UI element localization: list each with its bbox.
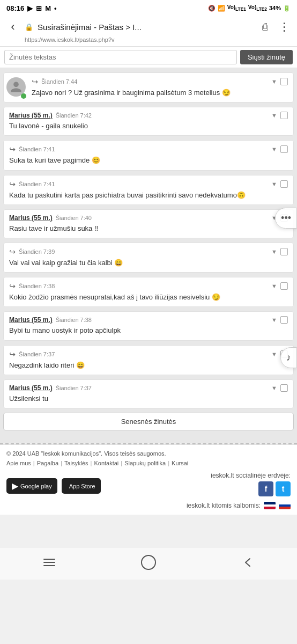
battery: 34% — [269, 5, 281, 11]
sender-name[interactable]: Marius (55 m.) — [9, 112, 53, 119]
older-messages-button[interactable]: Senesnės žinutės — [3, 413, 294, 430]
footer-link-help[interactable]: Pagalba — [37, 460, 58, 466]
google-play-icon: ▶ — [12, 481, 18, 491]
message-input[interactable] — [4, 50, 237, 64]
message-card: ↩ Šiandien 7:38 ▼ Kokio žodžio prasmės n… — [3, 277, 294, 307]
dropdown-arrow[interactable]: ▼ — [271, 385, 277, 391]
message-actions: ▼ — [271, 316, 288, 324]
message-text: Rasiu tave ir užmušiu suka !! — [9, 224, 288, 233]
nav-menu-button[interactable] — [42, 555, 57, 570]
twitter-icon[interactable]: t — [276, 481, 291, 496]
status-bar: 08:16 ▶ ⊞ M • 🔇 📶 Vo)LTE1 Vo)LTE2 34% 🔋 — [0, 0, 297, 16]
message-header: ↩ Šiandien 7:38 ▼ — [9, 282, 288, 290]
message-time: Šiandien 7:37 — [19, 351, 55, 357]
message-card: Marius (55 m.) Šiandien 7:38 ▼ Bybi tu m… — [3, 311, 294, 340]
reply-icon: ↩ — [9, 145, 16, 153]
message-time: Šiandien 7:41 — [19, 181, 55, 187]
flag-ru[interactable] — [279, 502, 291, 509]
back-button[interactable]: ‹ — [5, 19, 20, 34]
message-actions: ▼ — [271, 384, 288, 392]
footer-link-cookies[interactable]: Slapukų politika — [124, 460, 166, 466]
footer-link-terms[interactable]: Taisyklės — [64, 460, 88, 466]
footer-link-courses[interactable]: Kursai — [172, 460, 188, 466]
message-checkbox[interactable] — [280, 248, 288, 255]
footer-lang-row: ieskok.lt kitomis kalbomis: — [6, 502, 291, 509]
message-header: ↩ Šiandien 7:39 ▼ — [9, 247, 288, 256]
google-play-badge[interactable]: ▶ Google play — [6, 478, 57, 494]
message-time: Šiandien 7:37 — [56, 385, 92, 391]
message-input-bar: Siųsti žinutę — [0, 47, 297, 68]
dropdown-arrow[interactable]: ▼ — [271, 248, 277, 255]
dropdown-arrow[interactable]: ▼ — [271, 283, 277, 289]
footer-copyright: © 2024 UAB "Ieskok komunikacijos". Visos… — [6, 450, 291, 457]
older-messages-wrap: Senesnės žinutės — [3, 413, 294, 430]
dropdown-arrow[interactable]: ▼ — [271, 78, 277, 85]
message-checkbox[interactable] — [280, 78, 288, 85]
nav-back-button[interactable] — [240, 555, 255, 570]
message-time: Šiandien 7:38 — [56, 317, 92, 323]
sender-name[interactable]: Marius (55 m.) — [9, 214, 53, 222]
sender-name[interactable]: Marius (55 m.) — [9, 384, 53, 392]
dropdown-arrow[interactable]: ▼ — [271, 181, 277, 187]
message-actions: ▼ — [271, 145, 288, 153]
message-text: Kada tu paskutini karta pas psichiatra b… — [9, 191, 288, 200]
message-text: Negazdink laido riteri 😄 — [9, 361, 288, 370]
bottom-nav-bar — [0, 547, 297, 580]
message-text: Tu lavonė - gaila snukelio — [9, 121, 288, 131]
message-card: ↩ Šiandien 7:44 ▼ Zajavo nori ? Už grasi… — [3, 72, 294, 103]
message-text: Užsilenksi tu — [9, 394, 288, 404]
message-card: ↩ Šiandien 7:39 ▼ Vai vai vai kaip graži… — [3, 243, 294, 273]
time: 08:16 — [6, 4, 24, 12]
footer-link-contact[interactable]: Kontaktai — [94, 460, 118, 466]
send-button[interactable]: Siųsti žinutę — [240, 50, 293, 64]
share-button[interactable]: ⎙ — [257, 19, 272, 34]
social-icons: f t — [211, 481, 291, 496]
flag-en[interactable] — [264, 502, 276, 509]
message-checkbox[interactable] — [280, 145, 288, 153]
message-card: ↩ Šiandien 7:37 ▼ Negazdink laido riteri… — [3, 345, 294, 375]
dropdown-arrow[interactable]: ▼ — [271, 112, 277, 119]
app-store-badge[interactable]: App Store — [62, 478, 101, 494]
dropdown-arrow[interactable]: ▼ — [271, 317, 277, 323]
message-text: Suka ta kuri tave pagimde 😊 — [9, 156, 288, 165]
signal-lte1: Vo)LTE1 — [227, 4, 246, 12]
dot-icon: • — [54, 4, 57, 12]
facebook-icon[interactable]: f — [258, 481, 273, 496]
floating-dots-button[interactable]: ••• — [275, 208, 297, 229]
sep5: | — [168, 460, 169, 466]
google-play-label: Google play — [20, 483, 52, 489]
mute-icon: 🔇 — [208, 5, 216, 12]
media-icon: ⊞ — [36, 4, 42, 12]
dropdown-arrow[interactable]: ▼ — [271, 146, 277, 152]
nav-home-button[interactable] — [141, 555, 156, 570]
floating-note-button[interactable]: ♪ — [280, 347, 297, 368]
message-checkbox[interactable] — [280, 112, 288, 119]
footer-links: Apie mus | Pagalba | Taisyklės | Kontakt… — [6, 460, 291, 466]
avatar-col — [4, 73, 28, 102]
message-actions: ▼ — [271, 282, 288, 290]
message-header: Marius (55 m.) Šiandien 7:42 ▼ — [9, 112, 288, 119]
mail-icon: M — [45, 4, 51, 12]
social-label: ieskok.lt socialinėje erdvėje: — [211, 472, 291, 479]
menu-button[interactable]: ⋮ — [277, 19, 292, 34]
sep3: | — [91, 460, 92, 466]
message-checkbox[interactable] — [280, 316, 288, 324]
reply-icon: ↩ — [32, 77, 38, 86]
message-checkbox[interactable] — [280, 384, 288, 392]
sender-name[interactable]: Marius (55 m.) — [9, 316, 53, 324]
footer-social-row: ▶ Google play App Store ieskok.lt social… — [6, 472, 291, 496]
svg-point-0 — [142, 555, 155, 569]
reply-icon: ↩ — [9, 180, 16, 188]
message-header: ↩ Šiandien 7:41 ▼ — [9, 145, 288, 153]
youtube-icon: ▶ — [27, 4, 33, 12]
dropdown-arrow[interactable]: ▼ — [271, 351, 277, 357]
message-checkbox[interactable] — [280, 180, 288, 188]
message-checkbox[interactable] — [280, 282, 288, 290]
message-text: Bybi tu mano uostyk ir poto apčiulpk — [9, 326, 288, 335]
browser-bar: ‹ 🔒 Susirašinėjimai - Paštas > I... ⎙ ⋮ … — [0, 16, 297, 47]
browser-url[interactable]: https://www.ieskok.lt/pastas.php?v — [5, 36, 292, 43]
message-header: Marius (55 m.) Šiandien 7:37 ▼ — [9, 384, 288, 392]
empty-space — [0, 515, 297, 547]
message-actions: ▼ — [271, 112, 288, 119]
footer-link-about[interactable]: Apie mus — [6, 460, 31, 466]
